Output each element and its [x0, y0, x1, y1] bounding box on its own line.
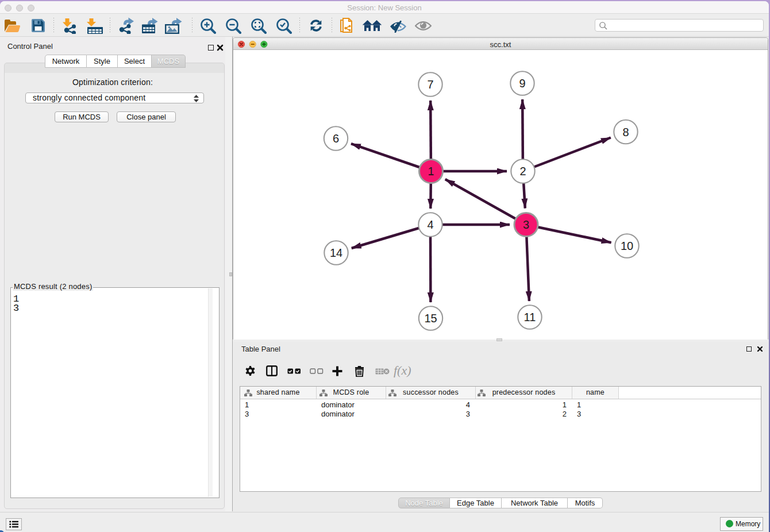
svg-text:7: 7	[427, 78, 433, 91]
svg-text:11: 11	[524, 311, 536, 323]
svg-text:1: 1	[428, 165, 434, 178]
svg-text:10: 10	[621, 240, 633, 252]
svg-text:2: 2	[519, 165, 526, 178]
svg-text:4: 4	[427, 218, 433, 231]
svg-text:6: 6	[333, 132, 339, 145]
svg-text:15: 15	[424, 312, 437, 325]
svg-text:14: 14	[330, 246, 342, 259]
svg-text:3: 3	[523, 218, 529, 231]
svg-text:8: 8	[622, 126, 629, 138]
svg-text:9: 9	[519, 77, 525, 90]
